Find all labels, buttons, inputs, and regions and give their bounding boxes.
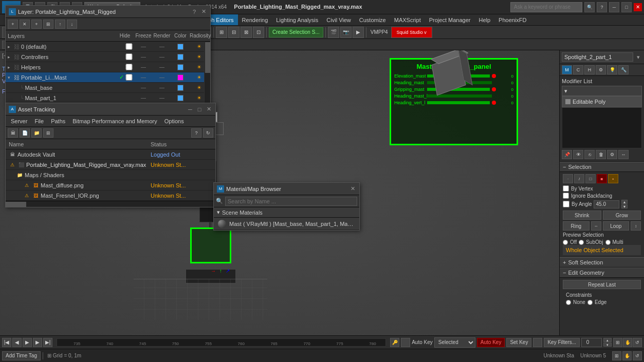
poly-sel[interactable]: ■ [597, 174, 607, 183]
minimize-btn[interactable]: ─ [609, 2, 619, 12]
modifier-item-editable-poly[interactable]: Editable Poly [562, 96, 642, 107]
ring-arrow[interactable]: ↔ [591, 221, 601, 231]
layer-row-3[interactable]: ▾ ⛓ Portable_Li...Mast ✓ — — ☀ [6, 72, 210, 83]
nav-cube[interactable] [428, 54, 469, 96]
repeat-last-btn[interactable]: Repeat Last [563, 280, 641, 289]
auto-key-btn[interactable]: Auto Key [477, 338, 505, 347]
layer-delete[interactable]: ✕ [20, 20, 30, 29]
asset-menu-file[interactable]: File [31, 117, 47, 125]
asset-grid-btn[interactable]: ⊞ [43, 128, 53, 138]
tab-motion[interactable]: ⚙ [596, 65, 606, 74]
asset-menu-options[interactable]: Options [161, 117, 187, 125]
layer-hide-3[interactable] [124, 74, 134, 81]
layer-help-btn[interactable]: ? [191, 8, 198, 15]
layer-select[interactable]: ⊞ [43, 20, 53, 29]
layer-row-1[interactable]: ▸ ⛓ Controllers — — ☀ [6, 52, 210, 62]
preview-multi[interactable] [605, 240, 611, 245]
layer-hide-0[interactable] [124, 43, 134, 50]
dropdown-btn[interactable]: ▾ [635, 53, 642, 61]
tab-modify[interactable]: M [562, 65, 572, 74]
layer-expand-3[interactable]: ▾ [8, 75, 14, 80]
preview-off[interactable] [563, 240, 568, 245]
vertex-sel[interactable]: · [563, 174, 573, 183]
by-vertex-check[interactable] [563, 185, 569, 192]
layer-row-5[interactable]: └ Mast_part_1 — — ☀ [6, 93, 210, 103]
asset-close-btn[interactable]: ✕ [205, 106, 212, 113]
grow-btn[interactable]: Grow [603, 211, 641, 220]
asset-file-btn[interactable]: 📄 [20, 128, 30, 138]
pin-stack[interactable]: 📌 [562, 150, 572, 159]
param-wiring[interactable]: ↔ [618, 150, 629, 159]
layer-color-0[interactable] [171, 44, 190, 50]
status-icon-3[interactable]: ↺ [633, 351, 642, 360]
auto-key-select[interactable]: Selected [434, 337, 475, 348]
zoom-extents[interactable]: ⊞ [613, 338, 622, 347]
layer-color-5[interactable] [171, 95, 190, 101]
menu-lighting[interactable]: Lighting Analysis [272, 14, 322, 25]
layer-add-selected[interactable]: + [31, 20, 42, 29]
create-selection-btn[interactable]: Create Selection S... [269, 27, 323, 37]
pan-tool[interactable]: ✋ [623, 338, 632, 347]
frame-up[interactable]: ▴ [603, 338, 612, 342]
asset-maximize-btn[interactable]: □ [196, 106, 203, 113]
go-end[interactable]: ▶| [43, 338, 52, 347]
render-setup[interactable]: 🎬 [328, 27, 339, 38]
tab-utilities[interactable]: 🔧 [618, 65, 629, 74]
add-time-tag-btn[interactable]: Add Time Tag [2, 351, 41, 360]
element-sel[interactable]: ▪ [608, 174, 618, 183]
asset-row-3[interactable]: ⚠ 🖼 Mast_diffuse.png Unknown St... [6, 180, 215, 190]
render-frame[interactable]: 📷 [340, 27, 352, 38]
layer-expand-2[interactable]: ▸ [8, 65, 14, 70]
status-icon-1[interactable]: ⊞ [612, 351, 621, 360]
shrink-btn[interactable]: Shrink [563, 211, 601, 220]
edit-geometry-header[interactable]: − Edit Geometry [560, 268, 644, 278]
layer-color-2[interactable] [171, 64, 190, 70]
loop-btn[interactable]: Loop [603, 221, 630, 231]
asset-menu-bitmap[interactable]: Bitmap Performance and Memory [69, 117, 160, 125]
frame-input[interactable] [581, 338, 602, 347]
layer-expand-1[interactable]: ▸ [8, 54, 14, 60]
asset-vault-btn[interactable]: 🏛 [8, 128, 18, 138]
layer-close-btn[interactable]: ✕ [200, 8, 207, 15]
preview-subobj[interactable] [579, 240, 584, 245]
quick-render[interactable]: ▶ [353, 27, 364, 38]
asset-menu-paths[interactable]: Paths [48, 117, 68, 125]
object-name[interactable]: Spotlight_2_part_1 [562, 52, 633, 62]
clone-tool[interactable]: ⊡ [253, 27, 264, 38]
angle-down[interactable]: ▾ [621, 204, 628, 208]
key-icon[interactable] [533, 338, 542, 347]
status-icon-2[interactable]: ✋ [622, 351, 632, 360]
mirror-tool[interactable]: ⊞ [216, 27, 227, 38]
asset-row-4[interactable]: ⚠ 🖼 Mast_Fresnel_IOR.png Unknown St... [6, 190, 215, 201]
layer-vscrollbar[interactable] [204, 42, 210, 103]
soft-selection-header[interactable]: + Soft Selection [560, 257, 644, 268]
menu-rendering[interactable]: Rendering [238, 14, 272, 25]
key-mode[interactable]: 🔑 [390, 338, 399, 347]
ignore-backfacing-check[interactable] [563, 193, 569, 199]
ring-btn[interactable]: Ring [563, 221, 590, 231]
material-item-0[interactable]: Mast ( VRayMtl ) [Mast_base, Mast_part_1… [214, 218, 359, 230]
menu-maxscript[interactable]: MAXScript [390, 14, 425, 25]
angle-up[interactable]: ▴ [621, 200, 628, 204]
selection-header[interactable]: − Selection [560, 162, 644, 172]
make-unique[interactable]: ⎋ [584, 150, 595, 159]
layer-row-0[interactable]: ▸ ⛓ 0 (default) — — ☀ [6, 42, 210, 52]
tab-display[interactable]: 💡 [607, 65, 617, 74]
border-sel[interactable]: □ [585, 174, 596, 183]
layer-color-4[interactable] [171, 85, 190, 91]
menu-help[interactable]: Help [474, 14, 494, 25]
menu-customize[interactable]: Customize [355, 14, 390, 25]
squid-btn[interactable]: Squid Studio v [391, 27, 432, 38]
orbit-tool[interactable]: ↺ [633, 338, 642, 347]
key-filters-btn[interactable]: Key Filters... [544, 338, 580, 347]
timeline-track[interactable]: 735 740 745 750 755 760 765 770 775 780 [57, 338, 386, 347]
asset-row-1[interactable]: ⚠ ⬛ Portable_Lighting_Mast_Rigged_max_vr… [6, 160, 215, 170]
layer-color-1[interactable] [171, 54, 190, 60]
next-frame[interactable]: ▶ [33, 338, 42, 347]
search-input[interactable] [510, 2, 582, 12]
config-btn[interactable]: ⚙ [607, 150, 617, 159]
play-btn[interactable]: ▶ [23, 338, 32, 347]
layer-move-down[interactable]: ↓ [67, 20, 77, 29]
layer-row-4[interactable]: └ Mast_base — — ☀ [6, 83, 210, 93]
layer-move-up[interactable]: ↑ [55, 20, 65, 29]
